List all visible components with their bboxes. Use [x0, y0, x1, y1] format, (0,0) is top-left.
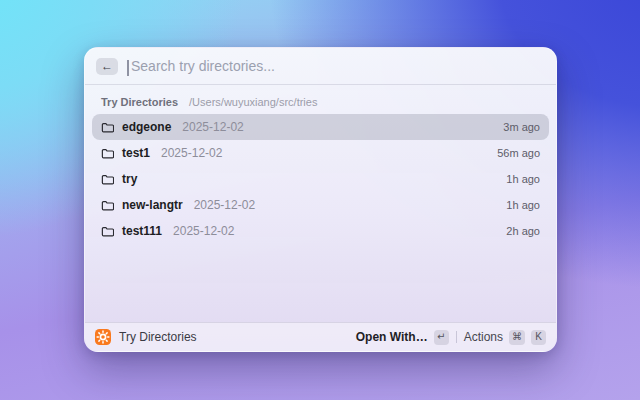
item-date: 2025-12-02	[173, 224, 234, 238]
section-path: /Users/wuyuxiang/src/tries	[189, 96, 317, 108]
open-with-label: Open With…	[356, 330, 428, 344]
text-caret	[127, 60, 129, 76]
footer-divider	[456, 331, 457, 343]
item-name: test111	[122, 224, 162, 238]
directory-list: edgeone 2025-12-02 3m ago test1 2025-12-…	[92, 114, 549, 244]
back-arrow-icon: ←	[101, 60, 113, 72]
k-key-icon: K	[531, 330, 546, 345]
actions-label: Actions	[464, 330, 503, 344]
item-name: try	[122, 172, 137, 186]
item-time: 1h ago	[506, 199, 540, 211]
section-title: Try Directories	[101, 96, 178, 108]
item-date: 2025-12-02	[182, 120, 243, 134]
command-key-icon: ⌘	[509, 330, 525, 345]
item-name: test1	[122, 146, 150, 160]
section-header: Try Directories /Users/wuyuxiang/src/tri…	[92, 90, 549, 114]
launcher-window: ← Try Directories /Users/wuyuxiang/src/t…	[84, 47, 557, 352]
item-name: new-langtr	[122, 198, 183, 212]
item-time: 56m ago	[497, 147, 540, 159]
folder-icon	[101, 226, 114, 237]
folder-icon	[101, 174, 114, 185]
folder-icon	[101, 122, 114, 133]
folder-icon	[101, 200, 114, 211]
item-time: 1h ago	[506, 173, 540, 185]
item-date: 2025-12-02	[161, 146, 222, 160]
list-item[interactable]: test111 2025-12-02 2h ago	[92, 218, 549, 244]
open-with-button[interactable]: Open With… ↵	[356, 330, 449, 345]
item-time: 3m ago	[503, 121, 540, 133]
search-input[interactable]	[127, 58, 545, 74]
item-date: 2025-12-02	[194, 198, 255, 212]
search-bar: ←	[85, 48, 556, 85]
list-item[interactable]: try 1h ago	[92, 166, 549, 192]
results-panel: Try Directories /Users/wuyuxiang/src/tri…	[85, 85, 556, 244]
back-button[interactable]: ←	[96, 58, 118, 75]
item-name: edgeone	[122, 120, 171, 134]
actions-button[interactable]: Actions ⌘ K	[464, 330, 546, 345]
list-item[interactable]: test1 2025-12-02 56m ago	[92, 140, 549, 166]
list-item[interactable]: edgeone 2025-12-02 3m ago	[92, 114, 549, 140]
list-item[interactable]: new-langtr 2025-12-02 1h ago	[92, 192, 549, 218]
footer-actions: Open With… ↵ Actions ⌘ K	[356, 330, 546, 345]
item-time: 2h ago	[506, 225, 540, 237]
search-field	[127, 58, 545, 74]
footer-bar: Try Directories Open With… ↵ Actions ⌘ K	[85, 322, 556, 351]
folder-icon	[101, 148, 114, 159]
extension-icon	[95, 329, 111, 345]
footer-app-label: Try Directories	[119, 330, 197, 344]
return-key-icon: ↵	[434, 330, 449, 345]
